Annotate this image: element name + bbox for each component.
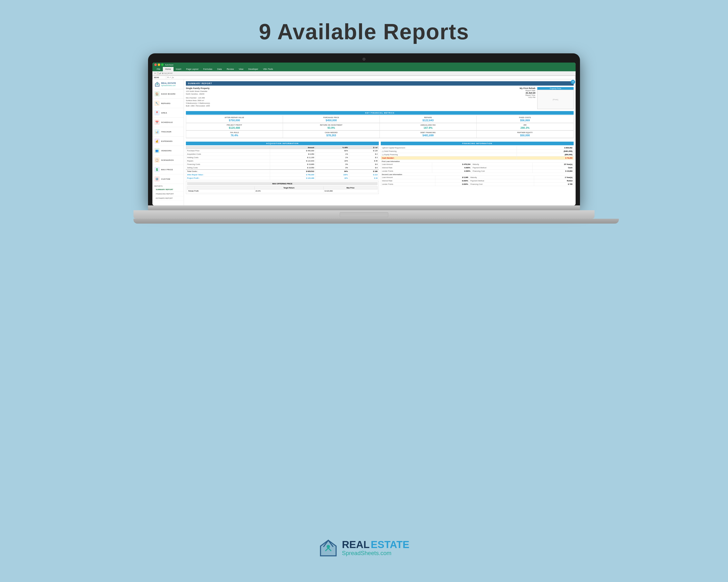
formula-bar: BD46 ✕ ✓ ƒx xyxy=(152,76,576,79)
purchase-cell: PURCHASE PRICE $450,000 xyxy=(283,116,380,123)
schedule-icon: 📅 xyxy=(154,119,160,125)
help-button[interactable]: ? xyxy=(571,80,575,84)
close-btn[interactable] xyxy=(154,63,157,66)
acq-arv-row: After-Repair Value : $ 750,000 100% $ 21… xyxy=(186,173,379,176)
tab-formulas[interactable]: Formulas xyxy=(201,67,215,71)
roi-label: RETURN ON INVESTMENT xyxy=(284,124,378,126)
fin-upfront-row: Upfront Capital Requirement : $ 609,962 xyxy=(381,146,574,149)
tab-page-layout[interactable]: Page Layout xyxy=(184,67,201,71)
property-photo-container: Property Photo [Photo] xyxy=(537,87,574,109)
ribbon-tools: ✂ 📋 🖌 B I U | ≡ ≡ ≡ xyxy=(154,72,172,75)
acq-arv-pct: 100% xyxy=(315,173,349,176)
annualized-roi-label: ANNUALIZED ROI xyxy=(381,124,475,126)
acq-col-amount: Amount xyxy=(270,146,315,149)
repairs-icon: 🔧 xyxy=(154,101,160,106)
first-loan-rate-row: Interest Rate 4.000% Payment Method Cash xyxy=(381,166,574,169)
bottom-logo-sub: SpreadSheets.com xyxy=(342,550,409,557)
first-loan-points-value: 2.000% xyxy=(432,169,471,173)
cash-needed-value: $78,263 xyxy=(284,134,378,137)
sidebar-item-vendors[interactable]: 👥 VENDORS xyxy=(152,146,184,156)
second-loan-rate-label: Interest Rate xyxy=(381,179,435,183)
cell-reference[interactable]: BD46 xyxy=(154,76,166,79)
max-col-target: Target Return xyxy=(254,187,323,189)
fin-upfront-label: Upfront Capital Requirement : xyxy=(381,146,517,149)
address-line1: 123 Smith Street Charlotte xyxy=(186,90,518,93)
acq-selling-amount: $ 19,550 xyxy=(270,166,315,170)
excel-content: REAL ESTATE SpreadSheets.com 🏠 DASH BOAR… xyxy=(152,79,576,205)
first-loan-payment-label: Payment Method xyxy=(471,166,532,169)
bottom-logo-estate: ESTATE xyxy=(371,539,409,550)
financing-section: FINANCING INFORMATION Upfront Capital Re… xyxy=(381,140,574,194)
scenarios-label: SCENARIOS xyxy=(161,159,174,161)
address-line2: North Carolina - 28209 xyxy=(186,93,518,95)
sidebar-item-maxprice[interactable]: 💲 MAX PRICE xyxy=(152,165,184,174)
sidebar-item-expenses[interactable]: 💰 EXPENSES xyxy=(152,137,184,146)
bottom-logo-real: REAL xyxy=(342,539,370,550)
max-rehab-price: $ 423,990 xyxy=(323,189,378,193)
rule70-label: 70% RULE xyxy=(188,132,281,133)
min-btn[interactable] xyxy=(158,63,160,66)
scenarios-icon: 📋 xyxy=(154,157,160,163)
dashboard-icon: 🏠 xyxy=(154,91,160,96)
repairs-label: REPAIRS xyxy=(161,102,171,105)
bottom-logo-icon xyxy=(319,538,338,558)
acq-col-pct: % ARV xyxy=(315,146,349,149)
fin-debt-label: (-) Debt Financing xyxy=(381,149,517,153)
dashboard-label: DASH BOARD xyxy=(161,93,176,95)
report-date: 21-Jun-24 xyxy=(520,92,535,94)
first-loan-points-row: Lender Points 2.000% Financing Cost $ 19… xyxy=(381,169,574,173)
report-item-summary[interactable]: SUMMARY REPORT xyxy=(152,188,184,192)
sidebar-item-schedule[interactable]: 📅 SCHEDULE xyxy=(152,118,184,127)
tab-data[interactable]: Data xyxy=(215,67,224,71)
acq-acquisition-pct: 1% xyxy=(315,153,349,156)
sidebar-item-repairs[interactable]: 🔧 REPAIRS xyxy=(152,99,184,108)
excel-titlebar: AutoSave xyxy=(152,62,576,67)
tab-insert[interactable]: Insert xyxy=(174,67,184,71)
fin-upfront-value: $ 609,962 xyxy=(517,146,573,149)
fin-debt-row: (-) Debt Financing ($481,699) xyxy=(381,149,574,153)
sidebar-item-area[interactable]: 📍 AREA xyxy=(152,108,184,118)
partner-equity-value: $50,000 xyxy=(478,134,572,137)
acq-row-financing: Financing Costs $ 19,869 3% $ 6 xyxy=(186,163,379,166)
financing-table: Upfront Capital Requirement : $ 609,962 … xyxy=(381,146,574,160)
surface: Surface Area: 3500 m² xyxy=(186,99,518,102)
area-label: AREA xyxy=(161,112,167,114)
report-item-financing[interactable]: FINANCING REPORT xyxy=(152,192,184,196)
logo-icon xyxy=(154,81,160,87)
sidebar-item-dashboard[interactable]: 🏠 DASH BOARD xyxy=(152,89,184,99)
acq-row-holding: Holding Costs $ 11,100 1% $ 3 xyxy=(186,156,379,159)
metrics-row2: PROJECT PROFIT $120,488 RETURN ON INVEST… xyxy=(186,123,574,131)
tab-vba[interactable]: VBA Tools xyxy=(261,67,276,71)
max-btn[interactable] xyxy=(161,63,163,66)
sidebar-item-scenarios[interactable]: 📋 SCENARIOS xyxy=(152,156,184,165)
report-time: 8:51 PM xyxy=(520,96,535,99)
report-name: My First Rehab xyxy=(520,87,535,89)
vendors-icon: 👥 xyxy=(154,148,160,153)
max-rehab-label: Rehab Profit: xyxy=(187,189,255,193)
tab-developer[interactable]: Developer xyxy=(246,67,261,71)
fin-cash-value: $ 78,263 xyxy=(517,157,573,160)
tab-file[interactable]: File xyxy=(154,67,163,71)
second-loan-header: Second Loan Information xyxy=(381,173,574,175)
sidebar-item-custom[interactable]: ⚙️ CUSTOM xyxy=(152,174,184,184)
profit-value: $120,488 xyxy=(188,126,281,129)
bedrooms: 5 Bedroom(s) / 3 Bathroom(s) xyxy=(186,102,518,105)
maxprice-label: MAX PRICE xyxy=(161,169,173,171)
property-info-section: Single Family Property 123 Smith Street … xyxy=(186,87,574,109)
acq-row-selling: Selling Costs $ 19,550 3% $ 6 xyxy=(186,166,379,170)
report-item-estimate[interactable]: ESTIMATE REPORT xyxy=(152,196,184,200)
sidebar-item-tracker[interactable]: 📊 TRACKER xyxy=(152,127,184,137)
debt-financing-label: DEBT FINANCING xyxy=(381,132,475,133)
tab-review[interactable]: Review xyxy=(224,67,236,71)
second-loan-table: Loan Amount $ 5,365 Maturity 2 Year(s) I… xyxy=(381,175,574,186)
max-rehab-target: 20.0% xyxy=(254,189,323,193)
first-loan-maturity-value: 15 Year(s) xyxy=(532,163,573,166)
tab-home[interactable]: Home xyxy=(163,67,174,71)
tab-view[interactable]: View xyxy=(236,67,246,71)
max-row-rehab: Rehab Profit: 20.0% $ 423,990 xyxy=(187,189,378,193)
acq-selling-label: Selling Costs xyxy=(186,166,270,170)
second-loan-payment-label: Payment Method xyxy=(469,179,534,183)
roi-value: 93.9% xyxy=(284,126,378,129)
sidebar: REAL ESTATE SpreadSheets.com 🏠 DASH BOAR… xyxy=(152,79,184,205)
annualized-roi-cell: ANNUALIZED ROI 187.9% xyxy=(380,123,476,131)
